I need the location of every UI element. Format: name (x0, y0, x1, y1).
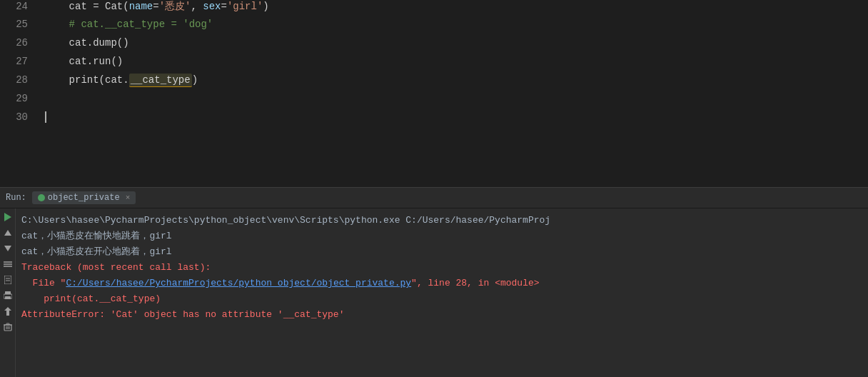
console-line-path: C:\Users\hasee\PycharmProjects\python_ob… (21, 213, 862, 228)
line-content-28: print(cat.__cat_type) (39, 74, 868, 86)
line-number-29: 29 (0, 93, 39, 104)
line-content-27: cat.run() (39, 56, 868, 67)
code-line-24: 24 cat = Cat(name='悉皮', sex='girl') (0, 0, 868, 19)
svg-marker-1 (4, 230, 11, 236)
lines-icon (2, 258, 14, 270)
pin-icon[interactable] (2, 306, 14, 317)
str-name: '悉皮' (159, 1, 191, 12)
param-name: name (129, 1, 153, 12)
play-button[interactable] (2, 211, 14, 223)
line-number-30: 30 (0, 111, 39, 123)
line-content-25: # cat.__cat_type = 'dog' (39, 19, 868, 30)
str-sex: 'girl' (227, 1, 263, 12)
code-line-28: 28 print(cat.__cat_type) (0, 74, 868, 93)
svg-rect-11 (5, 296, 11, 299)
console-output: C:\Users\hasee\PycharmProjects\python_ob… (16, 208, 868, 327)
svg-rect-12 (9, 295, 11, 296)
page-icon (2, 274, 14, 286)
code-editor: 24 cat = Cat(name='悉皮', sex='girl') 25 #… (0, 0, 868, 187)
run-tab-close[interactable]: × (126, 193, 131, 202)
svg-marker-0 (4, 213, 11, 221)
svg-rect-6 (4, 276, 11, 284)
console-link-file[interactable]: C:/Users/hasee/PycharmProjects/python_ob… (66, 278, 411, 288)
run-tab-icon (38, 194, 45, 201)
comment-25: # cat.__cat_type = 'dog' (45, 19, 213, 30)
line-number-24: 24 (0, 1, 39, 12)
svg-marker-13 (4, 307, 11, 316)
line-number-25: 25 (0, 19, 39, 30)
svg-marker-2 (4, 246, 11, 251)
text-cursor (45, 111, 46, 123)
line-content-26: cat.dump() (39, 37, 868, 49)
scroll-up-button[interactable] (2, 227, 14, 238)
param-sex: sex (203, 1, 221, 12)
console-line-2: cat，小猫悉皮在开心地跑着，girl (21, 244, 862, 260)
console-toolbar (0, 208, 16, 377)
line-number-28: 28 (0, 74, 39, 86)
svg-rect-9 (5, 291, 11, 294)
code-line-27: 27 cat.run() (0, 56, 868, 74)
code-line-29: 29 (0, 93, 868, 111)
line-number-26: 26 (0, 37, 39, 49)
printer-icon[interactable] (2, 290, 14, 301)
code-line-30: 30 (0, 111, 868, 130)
line-content-24: cat = Cat(name='悉皮', sex='girl') (39, 0, 868, 13)
console-line-1: cat，小猫悉皮在愉快地跳着，girl (21, 228, 862, 244)
console-line-file: File "C:/Users/hasee/PycharmProjects/pyt… (21, 276, 862, 291)
console-line-attributeerror: AttributeError: 'Cat' object has no attr… (21, 307, 862, 323)
line-content-30 (39, 111, 868, 123)
run-bar: Run: object_private × (0, 187, 868, 208)
svg-rect-16 (6, 323, 9, 325)
trash-icon[interactable] (2, 321, 14, 333)
console-area: C:\Users\hasee\PycharmProjects\python_ob… (0, 208, 868, 377)
run-tab-name: object_private (48, 193, 120, 203)
code-line-25: 25 # cat.__cat_type = 'dog' (0, 19, 868, 37)
run-tab[interactable]: object_private × (32, 191, 136, 204)
highlight-cat-type: __cat_type (129, 74, 192, 87)
code-line-26: 26 cat.dump() (0, 37, 868, 56)
line-number-27: 27 (0, 56, 39, 67)
run-label: Run: (6, 193, 26, 203)
console-line-print: print(cat.__cat_type) (21, 291, 862, 307)
console-line-traceback: Traceback (most recent call last): (21, 260, 862, 276)
scroll-down-button[interactable] (2, 243, 14, 254)
